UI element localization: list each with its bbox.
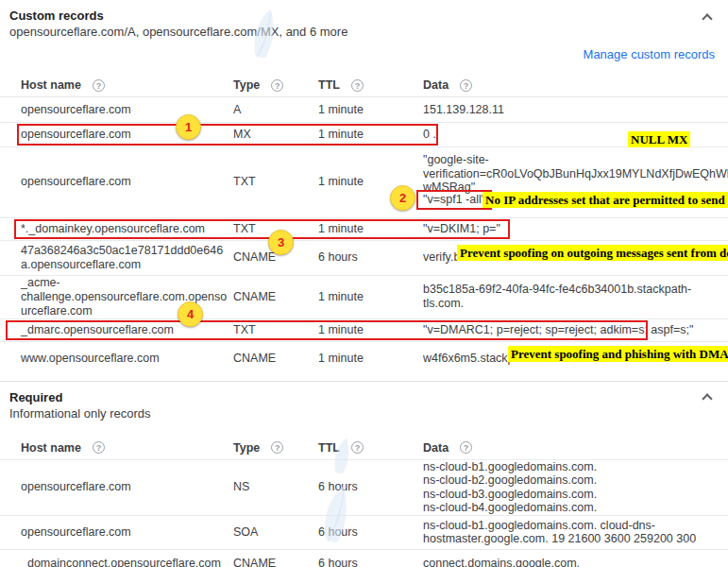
record-type: NS [233, 480, 318, 494]
help-icon[interactable] [351, 441, 364, 454]
table-row: _acme- challenge.opensourceflare.com.ope… [0, 275, 728, 318]
table-header-row: Host name Type TTL Data [0, 74, 728, 96]
section-subtitle: Informational only records [9, 405, 690, 421]
section-title: Custom records [9, 9, 690, 24]
table-row: opensourceflare.com NS 6 hours ns-cloud-… [0, 459, 728, 515]
annotation-badge-3: 3 [268, 230, 294, 255]
record-type: MX [233, 128, 318, 142]
section-subtitle: opensourceflare.com/A, opensourceflare.c… [9, 24, 690, 40]
table-row: _domainconnect.opensourceflare.com CNAME… [0, 549, 728, 567]
column-header-ttl: TTL [318, 441, 423, 455]
table-row: www.opensourceflare.com CNAME 1 minute w… [0, 341, 728, 375]
record-ttl: 1 minute [318, 323, 423, 337]
record-type: CNAME [233, 352, 318, 366]
record-ttl: 1 minute [318, 290, 423, 304]
column-header-data: Data [423, 78, 715, 92]
record-host: *._domainkey.opensourceflare.com [21, 222, 233, 236]
record-data: "v=DMARC1; p=reject; sp=reject; adkim=s;… [423, 323, 715, 337]
record-data: b35c185a-69f2-40fa-94fc-fe4c6b34001b.sta… [423, 283, 715, 311]
record-host: opensourceflare.com [21, 175, 233, 189]
column-header-data: Data [423, 441, 715, 455]
record-ttl: 6 hours [318, 480, 423, 494]
record-host: opensourceflare.com [21, 480, 233, 494]
record-ttl: 1 minute [318, 352, 423, 366]
record-ttl: 1 minute [318, 128, 423, 142]
record-ttl: 1 minute [318, 222, 423, 236]
record-host: 47a368246a3c50ac1e78171ddd0e646 a.openso… [21, 244, 233, 272]
record-host: opensourceflare.com [21, 128, 233, 142]
custom-records-table: Host name Type TTL Data opensourceflare.… [0, 74, 728, 375]
record-type: TXT [233, 323, 318, 337]
table-row: opensourceflare.com MX 1 minute 0 . 1 NU… [0, 122, 728, 146]
record-ttl: 6 hours [318, 525, 423, 540]
record-host: _dmarc.opensourceflare.com [21, 323, 233, 337]
table-row: 47a368246a3c50ac1e78171ddd0e646 a.openso… [0, 240, 728, 275]
record-data: 151.139.128.11 [423, 103, 715, 117]
help-icon[interactable] [93, 441, 105, 454]
record-type: CNAME [233, 557, 318, 567]
annotation-dkim-note: Prevent spoofing on outgoing messages se… [457, 245, 728, 261]
record-type: CNAME [233, 290, 318, 304]
custom-records-header: Custom records opensourceflare.com/A, op… [0, 0, 728, 40]
table-row: opensourceflare.com SOA 6 hours ns-cloud… [0, 515, 728, 549]
required-records-table: Host name Type TTL Data opensourceflare.… [0, 437, 728, 567]
column-header-type: Type [233, 78, 318, 92]
annotation-badge-4: 4 [178, 301, 203, 327]
table-row: _dmarc.opensourceflare.com TXT 1 minute … [0, 318, 728, 341]
record-host: opensourceflare.com [21, 103, 233, 117]
annotation-badge-1: 1 [176, 114, 201, 140]
help-icon[interactable] [93, 79, 105, 92]
column-header-host: Host name [21, 441, 233, 455]
required-records-header: Required Informational only records [0, 382, 728, 421]
record-data: ns-cloud-b1.googledomains.com. ns-cloud-… [423, 460, 715, 515]
record-type: SOA [233, 525, 318, 540]
dns-records-panel: Custom records opensourceflare.com/A, op… [0, 0, 728, 567]
help-icon[interactable] [271, 441, 283, 454]
help-icon[interactable] [460, 441, 472, 454]
annotation-badge-2: 2 [390, 185, 415, 211]
table-row: *._domainkey.opensourceflare.com TXT 1 m… [0, 217, 728, 240]
help-icon[interactable] [351, 79, 364, 92]
chevron-up-icon[interactable] [702, 393, 712, 404]
record-ttl: 6 hours [318, 557, 423, 567]
record-data: ns-cloud-b1.googledomains.com. cloud-dns… [423, 519, 715, 546]
record-host: _domainconnect.opensourceflare.com [21, 557, 233, 567]
table-row: opensourceflare.com A 1 minute 151.139.1… [0, 96, 728, 122]
annotation-dmarc-note: Prevent spoofing and phishing with DMARC [508, 346, 728, 362]
record-ttl: 6 hours [318, 250, 423, 265]
record-data: "google-site- verification=cR0oLVoQbJBun… [423, 153, 728, 195]
help-icon[interactable] [271, 79, 283, 92]
table-row: opensourceflare.com TXT 1 minute "google… [0, 146, 728, 217]
record-ttl: 1 minute [318, 103, 423, 117]
annotation-box-spf: "v=spf1 -all" [416, 190, 492, 210]
record-type: A [233, 103, 318, 117]
record-host: opensourceflare.com [21, 525, 233, 540]
record-data: "v=DKIM1; p=" [423, 222, 715, 236]
column-header-type: Type [233, 441, 318, 455]
column-header-host: Host name [21, 78, 233, 92]
annotation-null-mx: NULL MX [628, 131, 690, 147]
column-header-ttl: TTL [318, 78, 423, 92]
section-title: Required [9, 390, 690, 405]
record-host: www.opensourceflare.com [21, 352, 233, 366]
manage-custom-records-link[interactable]: Manage custom records [584, 47, 715, 61]
manage-link-row: Manage custom records [0, 40, 728, 64]
record-type: TXT [233, 175, 318, 189]
annotation-spf-note: No IP addresses set that are permitted t… [483, 192, 728, 208]
help-icon[interactable] [460, 79, 472, 92]
chevron-up-icon[interactable] [702, 13, 712, 24]
record-data: connect.domains.google.com. [423, 557, 715, 567]
table-header-row: Host name Type TTL Data [0, 437, 728, 459]
